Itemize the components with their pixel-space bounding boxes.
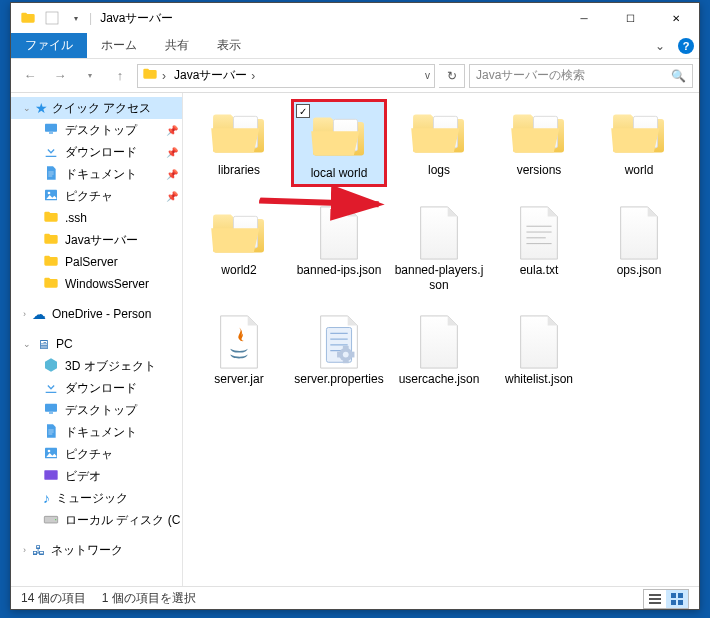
nav-item[interactable]: デスクトップ — [11, 399, 182, 421]
file-tab[interactable]: ファイル — [11, 33, 87, 58]
star-icon: ★ — [35, 100, 48, 116]
nav-item[interactable]: WindowsServer — [11, 273, 182, 295]
qat-dropdown-icon[interactable]: ▾ — [65, 7, 87, 29]
txt-icon — [504, 203, 574, 263]
up-button[interactable]: ↑ — [107, 63, 133, 89]
item-label: usercache.json — [399, 372, 480, 386]
item-label: banned-players.json — [393, 263, 485, 292]
item-label: world — [625, 163, 654, 177]
network[interactable]: › 🖧 ネットワーク — [11, 539, 182, 561]
breadcrumb-chevron[interactable]: › — [251, 69, 255, 83]
ribbon-expand-icon[interactable]: ⌄ — [647, 33, 673, 58]
file-item[interactable]: server.properties — [291, 308, 387, 390]
svg-rect-34 — [649, 594, 661, 596]
nav-item[interactable]: ダウンロード — [11, 377, 182, 399]
nav-item[interactable]: デスクトップ📌 — [11, 119, 182, 141]
quick-access[interactable]: ⌄ ★ クイック アクセス — [11, 97, 182, 119]
json-icon — [404, 203, 474, 263]
nav-item[interactable]: ローカル ディスク (C — [11, 509, 182, 531]
nav-item[interactable]: 3D オブジェクト — [11, 355, 182, 377]
file-item[interactable]: banned-players.json — [391, 199, 487, 296]
folder-item[interactable]: libraries — [191, 99, 287, 187]
file-item[interactable]: usercache.json — [391, 308, 487, 390]
view-tab[interactable]: 表示 — [203, 33, 255, 58]
file-item[interactable]: server.jar — [191, 308, 287, 390]
folder-item[interactable]: versions — [491, 99, 587, 187]
file-item[interactable]: whitelist.json — [491, 308, 587, 390]
pc[interactable]: ⌄ 🖥 PC — [11, 333, 182, 355]
recent-dropdown[interactable]: ▾ — [77, 63, 103, 89]
nav-item-icon — [43, 187, 59, 206]
nav-item[interactable]: ドキュメント📌 — [11, 163, 182, 185]
navigation-pane[interactable]: ⌄ ★ クイック アクセス デスクトップ📌ダウンロード📌ドキュメント📌ピクチャ📌… — [11, 93, 183, 586]
breadcrumb-chevron[interactable]: › — [158, 69, 170, 83]
svg-rect-2 — [49, 132, 53, 133]
search-icon: 🔍 — [671, 69, 686, 83]
item-label: local world — [311, 166, 368, 180]
nav-item[interactable]: Javaサーバー — [11, 229, 182, 251]
folder-item[interactable]: ✓ local world — [291, 99, 387, 187]
svg-point-11 — [55, 519, 56, 520]
search-input[interactable]: Javaサーバーの検索 🔍 — [469, 64, 693, 88]
window-title: Javaサーバー — [100, 10, 561, 27]
nav-item[interactable]: ピクチャ📌 — [11, 185, 182, 207]
qat-placeholder-icon[interactable] — [41, 7, 63, 29]
refresh-button[interactable]: ↻ — [439, 64, 465, 88]
nav-item-icon — [43, 511, 59, 530]
svg-rect-9 — [44, 470, 57, 479]
explorer-window: ▾ | Javaサーバー ─ ☐ ✕ ファイル ホーム 共有 表示 ⌄ ? ← … — [10, 2, 700, 610]
nav-item-label: ビデオ — [65, 468, 101, 485]
svg-rect-32 — [337, 352, 340, 358]
addr-dropdown-icon[interactable]: v — [425, 70, 430, 81]
svg-rect-40 — [678, 600, 683, 605]
breadcrumb[interactable]: Javaサーバー — [170, 67, 251, 84]
folder-item[interactable]: world — [591, 99, 687, 187]
nav-item[interactable]: ドキュメント — [11, 421, 182, 443]
onedrive[interactable]: › ☁ OneDrive - Person — [11, 303, 182, 325]
svg-rect-39 — [671, 600, 676, 605]
qat-separator: | — [89, 11, 92, 25]
help-button[interactable]: ? — [673, 33, 699, 58]
file-item[interactable]: banned-ips.json — [291, 199, 387, 296]
content-pane[interactable]: libraries✓ local world logs versions wor… — [183, 93, 699, 586]
selection-checkbox[interactable]: ✓ — [296, 104, 310, 118]
maximize-button[interactable]: ☐ — [607, 3, 653, 33]
nav-item[interactable]: ピクチャ — [11, 443, 182, 465]
nav-item[interactable]: ダウンロード📌 — [11, 141, 182, 163]
details-view-button[interactable] — [644, 590, 666, 608]
item-label: libraries — [218, 163, 260, 177]
nav-item-label: PalServer — [65, 255, 118, 269]
nav-item[interactable]: ♪ミュージック — [11, 487, 182, 509]
minimize-button[interactable]: ─ — [561, 3, 607, 33]
props-icon — [304, 312, 374, 372]
chevron-right-icon: › — [23, 545, 26, 555]
svg-point-8 — [48, 449, 51, 452]
chevron-right-icon: › — [23, 309, 26, 319]
folder-item[interactable]: world2 — [191, 199, 287, 296]
home-tab[interactable]: ホーム — [87, 33, 151, 58]
icons-view-button[interactable] — [666, 590, 688, 608]
nav-item-label: デスクトップ — [65, 402, 137, 419]
address-box[interactable]: › Javaサーバー › v — [137, 64, 435, 88]
folder-open-icon — [504, 103, 574, 163]
folder-item[interactable]: logs — [391, 99, 487, 187]
nav-item[interactable]: PalServer — [11, 251, 182, 273]
nav-item[interactable]: ビデオ — [11, 465, 182, 487]
nav-item[interactable]: .ssh — [11, 207, 182, 229]
file-item[interactable]: ops.json — [591, 199, 687, 296]
svg-rect-38 — [678, 593, 683, 598]
selected-count: 1 個の項目を選択 — [102, 590, 196, 607]
close-button[interactable]: ✕ — [653, 3, 699, 33]
nav-item-icon — [43, 165, 59, 184]
share-tab[interactable]: 共有 — [151, 33, 203, 58]
nav-item-icon — [43, 467, 59, 486]
title-bar: ▾ | Javaサーバー ─ ☐ ✕ — [11, 3, 699, 33]
item-label: world2 — [221, 263, 256, 277]
forward-button[interactable]: → — [47, 63, 73, 89]
file-item[interactable]: eula.txt — [491, 199, 587, 296]
nav-item-icon — [43, 357, 59, 376]
svg-rect-0 — [46, 12, 58, 24]
json-icon — [604, 203, 674, 263]
back-button[interactable]: ← — [17, 63, 43, 89]
item-label: banned-ips.json — [297, 263, 382, 277]
